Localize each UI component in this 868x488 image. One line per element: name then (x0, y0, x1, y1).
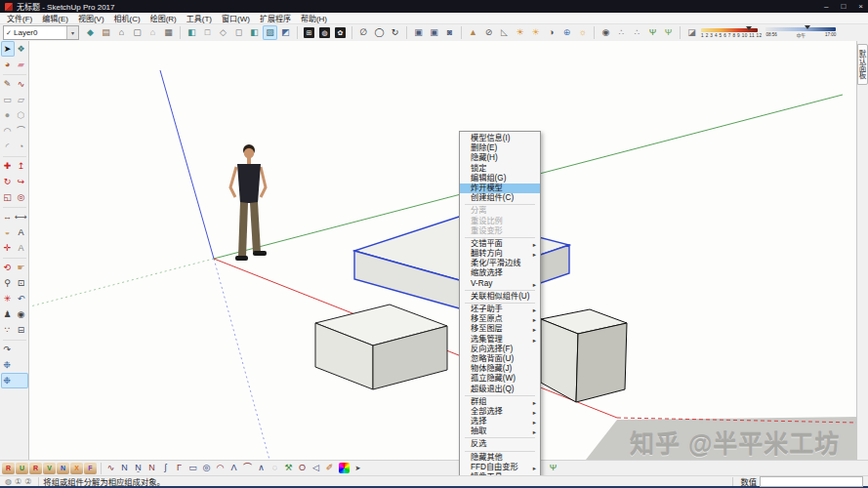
vray-logo-icon[interactable]: ∅ (356, 25, 371, 40)
plugin-hand-icon-6[interactable]: X (70, 463, 83, 474)
plugin-hand-icon-7[interactable]: F (84, 463, 97, 474)
axes-tool[interactable]: ✛ (1, 240, 15, 256)
push-pull-tool[interactable]: ↥ (15, 158, 28, 174)
component-book-icon[interactable]: ▤ (99, 25, 113, 40)
flip-tool[interactable]: ↷ (1, 342, 28, 357)
freehand-tool[interactable]: ∿ (15, 76, 28, 92)
view-bottom-icon[interactable]: ◩ (278, 25, 293, 40)
render-leaf-icon[interactable]: ✿ (333, 25, 348, 40)
ellipse-icon[interactable]: O (296, 462, 309, 475)
maximize-button[interactable]: □ (841, 2, 846, 11)
view-right-icon[interactable]: ◻ (231, 25, 246, 40)
tray-lock-icon[interactable]: ◙ (442, 25, 457, 40)
box-right-side-face[interactable] (576, 323, 627, 402)
scale-tool[interactable]: ◱ (1, 189, 15, 205)
menubar-item[interactable]: 窗口(W) (217, 13, 255, 23)
bright-sun-icon[interactable]: ☼ (575, 25, 590, 40)
minimize-button[interactable]: – (824, 2, 828, 11)
context-menu-item[interactable]: 坯子助手▸ (460, 305, 540, 314)
brush-icon[interactable]: ✐ (323, 462, 336, 475)
wrench-icon[interactable]: ⚒ (282, 462, 295, 475)
basket-icon[interactable]: ▦ (161, 25, 176, 40)
follow-me-tool[interactable]: ↪ (15, 174, 28, 189)
zoom-window-tool[interactable]: ⊡ (15, 275, 28, 291)
context-menu-item[interactable]: 柔化/平滑边线 (460, 259, 540, 268)
arc-curve-icon[interactable]: ◠ (214, 462, 227, 475)
context-menu-item[interactable]: 交错平面▸ (460, 239, 540, 249)
position-camera-tool[interactable]: ♟ (1, 306, 15, 322)
context-menu-item[interactable]: 反向选择(F) (460, 345, 540, 354)
polygon-tool[interactable]: ⬡ (15, 107, 28, 123)
arc-tool[interactable]: ◠ (1, 123, 15, 139)
leaf-brush-icon[interactable]: Ψ (661, 25, 676, 40)
dotted-circle-icon[interactable]: ◌ (269, 462, 281, 475)
context-menu-item[interactable]: 锁定 (460, 164, 540, 174)
plugin-hand-icon-3[interactable]: R (29, 463, 42, 474)
line-tool[interactable]: ✎ (1, 76, 15, 92)
triangle-ruler-icon[interactable]: ◺ (497, 25, 512, 40)
tape-measure-tool[interactable]: ↔ (1, 209, 15, 224)
person-figure[interactable] (230, 144, 267, 261)
credits-status-icon[interactable]: ① (15, 477, 21, 486)
offset-tool[interactable]: ◎ (15, 189, 28, 205)
dots-tool-2-icon[interactable]: ∴ (630, 25, 644, 40)
time-slider-marker[interactable] (805, 25, 810, 29)
section-plane-tool[interactable]: ⊟ (15, 322, 28, 338)
context-menu-item[interactable]: 隐藏(H) (460, 153, 540, 163)
menubar-item[interactable]: 文件(F) (2, 13, 37, 23)
look-around-tool[interactable]: ◉ (15, 306, 28, 322)
lambda-curve-icon[interactable]: Λ (227, 462, 240, 475)
menubar-item[interactable]: 帮助(H) (296, 13, 332, 23)
view-front-icon[interactable]: ◇ (216, 25, 230, 40)
plugin-hand-icon-2[interactable]: U (16, 463, 28, 474)
eraser-tool[interactable]: ▰ (15, 57, 28, 72)
claim-status-icon[interactable]: ② (24, 477, 31, 486)
context-menu-item[interactable]: V-Ray▸ (460, 279, 540, 289)
s-curve-icon[interactable]: ʃ (159, 462, 172, 475)
rectangle-tool[interactable]: ▭ (1, 92, 15, 107)
context-menu-item[interactable]: 反选 (460, 439, 540, 449)
text-tool[interactable]: A (15, 224, 28, 240)
pan-tool[interactable]: ☛ (15, 260, 28, 275)
leaf-icon[interactable]: Ψ (547, 462, 559, 475)
context-menu-item[interactable]: 选择▸ (460, 417, 540, 427)
menubar-item[interactable]: 工具(T) (182, 13, 217, 23)
globe-icon[interactable]: ⊕ (559, 25, 574, 40)
dimension-tool[interactable]: ⟷ (15, 209, 28, 224)
spline-icon[interactable]: N (145, 462, 158, 475)
plugin-tool-1[interactable]: ❉ (1, 357, 28, 373)
context-menu-item[interactable]: 超级退出(Q) (460, 385, 540, 394)
polyline-curve-icon[interactable]: N (118, 462, 131, 475)
context-menu-item[interactable]: 缩放选择 (460, 268, 540, 278)
home-icon[interactable]: ⌂ (114, 25, 129, 40)
menubar-item[interactable]: 绘图(R) (145, 13, 182, 23)
cursor-scissors-icon[interactable]: ➤ (351, 462, 364, 475)
corner-curve-icon[interactable]: Γ (173, 462, 186, 475)
plugin-hand-icon-5[interactable]: N (57, 463, 69, 474)
context-menu-item[interactable]: 编辑组(G) (460, 174, 540, 183)
context-menu-item[interactable]: 模型信息(I) (460, 134, 540, 143)
three-point-arc-tool[interactable]: ◜ (1, 139, 15, 154)
zoom-tool[interactable]: ⚲ (1, 275, 15, 291)
menubar-item[interactable]: 扩展程序 (255, 13, 296, 23)
geolocation-status-icon[interactable]: ◍ (5, 477, 12, 486)
open-model-icon[interactable]: ▢ (130, 25, 145, 40)
month-slider-marker[interactable] (746, 26, 752, 30)
view-top-icon[interactable]: □ (200, 25, 215, 40)
sandbox-icon[interactable]: ▲ (466, 25, 480, 40)
view-iso-icon[interactable]: ◧ (185, 25, 199, 40)
context-menu-item[interactable]: 关联相似组件(U) (460, 292, 540, 302)
circle-curve-icon[interactable]: ◎ (200, 462, 213, 475)
context-menu-item[interactable]: 选集管理▸ (460, 335, 540, 345)
color-wheel-icon[interactable] (339, 463, 350, 473)
circle-slash-icon[interactable]: ⊘ (481, 25, 496, 40)
context-menu-item[interactable]: 物体隐藏(J) (460, 364, 540, 374)
pie-tool[interactable]: ◔ (15, 139, 28, 154)
context-menu-item[interactable]: 移至图层▸ (460, 324, 540, 334)
render-ring-icon[interactable]: ◍ (317, 25, 332, 40)
context-menu-item[interactable]: 群组▸ (460, 397, 540, 407)
lens-icon[interactable]: ◑ (544, 25, 558, 40)
menubar-item[interactable]: 视图(V) (73, 13, 109, 23)
sun-icon[interactable]: ☀ (528, 25, 543, 40)
context-menu-item[interactable]: 抽取▸ (460, 427, 540, 436)
